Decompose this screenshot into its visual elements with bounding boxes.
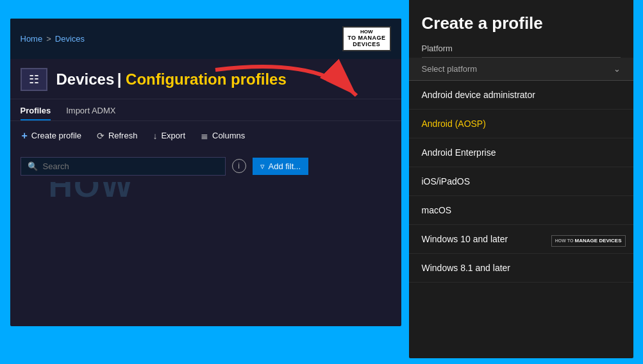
breadcrumb-nav: Home > Devices <box>21 34 85 44</box>
filter-icon: ▿ <box>260 161 265 171</box>
right-panel: Create a profile Platform Select platfor… <box>409 0 633 358</box>
option-ios-ipados[interactable]: iOS/iPadOS <box>409 167 633 196</box>
option-macos[interactable]: macOS <box>409 196 633 225</box>
page-title-main: Devices <box>56 70 115 88</box>
option-windows10[interactable]: Windows 10 and later HOW TO MANAGE DEVIC… <box>409 225 633 254</box>
breadcrumb-home[interactable]: Home <box>21 34 43 44</box>
refresh-icon: ⟳ <box>97 131 104 141</box>
logo-badge: HOW TO MANAGE DEVICES <box>342 26 390 51</box>
page-header: ☷ Devices | Configuration profiles <box>10 59 401 99</box>
breadcrumb-separator: > <box>46 34 51 44</box>
option-android-admin[interactable]: Android device administrator <box>409 81 633 110</box>
left-panel: Home > Devices HOW TO MANAGE DEVICES ☷ D… <box>10 19 401 326</box>
refresh-button[interactable]: ⟳ Refresh <box>96 128 139 144</box>
option-android-enterprise[interactable]: Android Enterprise <box>409 138 633 167</box>
option-android-aosp[interactable]: Android (AOSP) <box>409 110 633 138</box>
devices-icon: ☷ <box>29 72 39 87</box>
breadcrumb-current[interactable]: Devices <box>55 34 85 44</box>
page-icon: ☷ <box>21 68 47 91</box>
page-title-sep: | <box>117 70 126 88</box>
breadcrumb-bar: Home > Devices HOW TO MANAGE DEVICES <box>10 19 401 59</box>
platform-select-text: Select platform <box>422 64 478 74</box>
search-bar-row: 🔍 i ▿ Add filt... <box>10 151 401 182</box>
platform-select[interactable]: Select platform ⌄ <box>409 58 633 81</box>
search-input[interactable] <box>43 161 219 171</box>
panel-title: Create a profile <box>409 0 633 44</box>
logo-line3: DEVICES <box>347 42 385 48</box>
add-filter-button[interactable]: ▿ Add filt... <box>253 158 309 175</box>
tab-import-admx[interactable]: Import ADMX <box>66 99 115 120</box>
plus-icon: + <box>22 130 28 142</box>
search-icon: 🔍 <box>28 161 38 171</box>
option-windows81[interactable]: Windows 8.1 and later <box>409 254 633 283</box>
toolbar: + Create profile ⟳ Refresh ↓ Export ≣ Co… <box>10 121 401 151</box>
platform-label: Platform <box>409 44 633 57</box>
page-title: Devices | Configuration profiles <box>56 70 287 88</box>
bottom-logo-badge: HOW TO MANAGE DEVICES <box>551 235 626 247</box>
create-profile-button[interactable]: + Create profile <box>21 128 83 144</box>
search-input-wrap: 🔍 <box>21 157 226 176</box>
tabs-bar: Profiles Import ADMX <box>10 99 401 121</box>
export-button[interactable]: ↓ Export <box>151 128 187 144</box>
page-title-sub: Configuration profiles <box>126 70 287 88</box>
chevron-down-icon: ⌄ <box>614 64 621 74</box>
info-icon[interactable]: i <box>232 159 246 173</box>
columns-button[interactable]: ≣ Columns <box>199 128 246 144</box>
export-icon: ↓ <box>153 131 157 141</box>
tab-profiles[interactable]: Profiles <box>21 99 51 120</box>
columns-icon: ≣ <box>201 131 208 141</box>
platform-options: Android device administrator Android (AO… <box>409 81 633 358</box>
